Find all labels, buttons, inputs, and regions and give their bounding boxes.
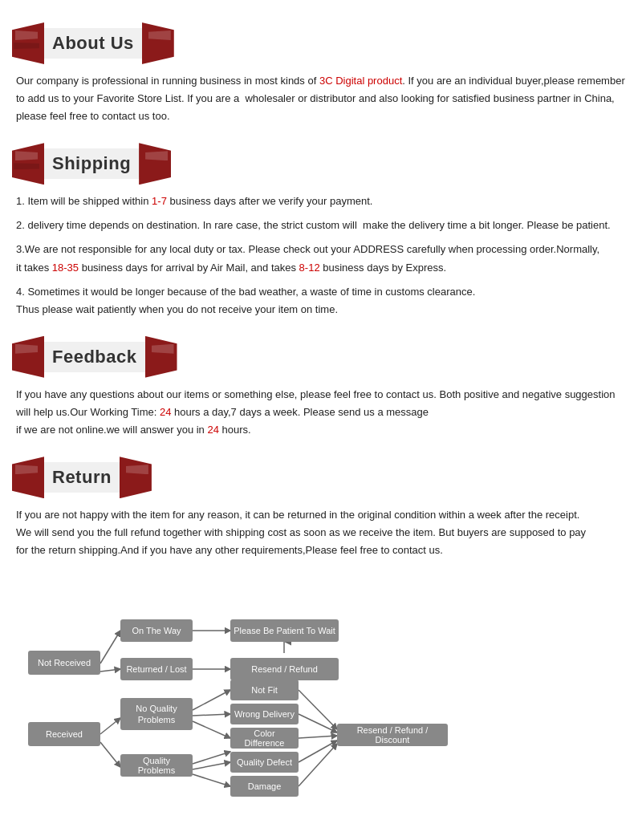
flowchart-wrong-delivery: Wrong Delivery [230, 704, 299, 724]
flowchart-resend-refund-discount: Resend / Refund / Discount [337, 724, 448, 746]
flowchart-not-received: Not Received [28, 651, 100, 675]
flowchart-quality-defect: Quality Defect [230, 752, 299, 773]
about-us-title: About Us [44, 28, 142, 59]
return-banner: Return [12, 457, 152, 498]
about-us-title-text: About Us [52, 33, 134, 54]
flowchart-received: Received [28, 722, 100, 746]
svg-line-8 [193, 714, 230, 716]
svg-line-17 [299, 744, 337, 786]
svg-line-16 [299, 741, 337, 762]
feedback-body: If you have any questions about our item… [12, 386, 630, 439]
shipping-banner: Shipping [12, 143, 171, 185]
flowchart-arrows [16, 583, 626, 816]
feedback-text: If you have any questions about our item… [16, 386, 626, 439]
feedback-banner: Feedback [12, 336, 177, 378]
shipping-header: Shipping [12, 143, 630, 185]
about-us-banner: About Us [12, 22, 174, 64]
flowchart: Not Received On The Way Returned / Lost … [16, 583, 626, 816]
about-us-text: Our company is professional in running b… [16, 72, 626, 125]
flowchart-quality-problems: Quality Problems [120, 754, 193, 777]
shipping-item-2: 2. delivery time depends on destination.… [16, 217, 626, 234]
feedback-title-text: Feedback [52, 347, 137, 367]
flowchart-color-diff: Color Difference [230, 728, 299, 749]
svg-line-9 [193, 721, 230, 738]
shipping-item-1: 1. Item will be shipped within 1-7 busin… [16, 193, 626, 210]
shipping-item-3: 3.We are not responsible for any local d… [16, 241, 626, 276]
return-title: Return [44, 462, 120, 493]
feedback-header: Feedback [12, 336, 630, 378]
about-us-highlight: 3C Digital product [319, 75, 402, 87]
about-us-header: About Us [12, 22, 630, 64]
svg-line-5 [100, 718, 120, 734]
shipping-title: Shipping [44, 148, 139, 179]
svg-line-7 [193, 690, 230, 710]
flowchart-please-patient: Please Be Patient To Wait [230, 619, 339, 642]
svg-line-12 [193, 774, 230, 786]
shipping-title-text: Shipping [52, 153, 131, 174]
flowchart-resend-refund: Resend / Refund [230, 658, 339, 680]
return-header: Return [12, 457, 630, 498]
svg-line-1 [100, 669, 120, 672]
shipping-body: 1. Item will be shipped within 1-7 busin… [12, 193, 630, 319]
flowchart-no-quality: No Quality Problems [120, 698, 193, 730]
svg-line-11 [193, 762, 230, 769]
feedback-title: Feedback [44, 342, 145, 372]
svg-line-10 [193, 752, 230, 764]
flowchart-on-the-way: On The Way [120, 619, 193, 642]
banner-left-decoration [12, 22, 44, 64]
flowchart-returned-lost: Returned / Lost [120, 658, 193, 680]
shipping-item-4: 4. Sometimes it would be longer because … [16, 283, 626, 319]
svg-line-6 [100, 742, 120, 767]
svg-line-15 [299, 736, 337, 738]
return-title-text: Return [52, 467, 112, 488]
about-us-body: Our company is professional in running b… [12, 72, 630, 125]
banner-right-decoration [142, 22, 174, 64]
flowchart-not-fit: Not Fit [230, 680, 299, 700]
return-text: If you are not happy with the item for a… [16, 506, 626, 559]
return-body: If you are not happy with the item for a… [12, 506, 630, 559]
flowchart-damage: Damage [230, 776, 299, 797]
svg-line-0 [100, 631, 120, 663]
